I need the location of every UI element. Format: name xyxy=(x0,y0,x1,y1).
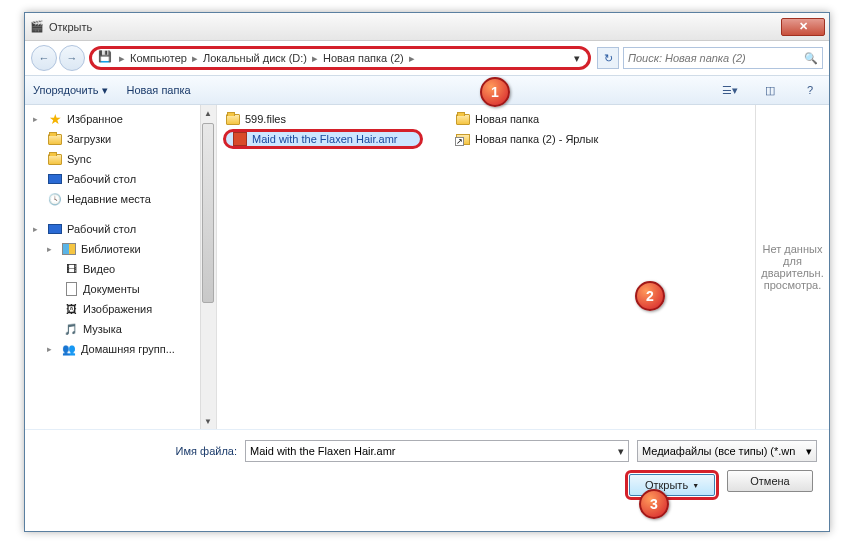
file-column: Новая папка Новая папка (2) - Ярлык xyxy=(453,109,683,425)
address-dropdown[interactable]: ▾ xyxy=(570,52,584,65)
arrow-left-icon: ← xyxy=(39,52,50,64)
nav-buttons: ← → xyxy=(31,45,85,71)
arrow-right-icon: → xyxy=(67,52,78,64)
refresh-button[interactable]: ↻ xyxy=(597,47,619,69)
window-title: Открыть xyxy=(49,21,781,33)
tree-music[interactable]: 🎵Музыка xyxy=(25,319,216,339)
open-button-highlight: Открыть ▼ xyxy=(625,470,719,500)
annotation-marker-3: 3 xyxy=(639,489,669,519)
file-name: 599.files xyxy=(245,113,286,125)
organize-label: Упорядочить xyxy=(33,84,98,96)
chevron-right-icon: ▸ xyxy=(189,52,201,65)
monitor-icon xyxy=(47,221,63,237)
recent-icon: 🕓 xyxy=(47,191,63,207)
file-name: Новая папка xyxy=(475,113,539,125)
tree-label: Рабочий стол xyxy=(67,223,136,235)
cancel-label: Отмена xyxy=(750,475,789,487)
split-chevron-icon: ▼ xyxy=(692,482,699,489)
breadcrumb-part[interactable]: Компьютер xyxy=(128,52,189,64)
view-mode-button[interactable]: ☰▾ xyxy=(719,80,741,100)
file-item-selected[interactable]: Maid with the Flaxen Hair.amr xyxy=(223,129,423,149)
preview-pane-button[interactable]: ◫ xyxy=(759,80,781,100)
folder-icon xyxy=(225,111,241,127)
scroll-up-icon[interactable]: ▲ xyxy=(200,105,216,121)
media-file-icon xyxy=(232,131,248,147)
breadcrumb-part[interactable]: Новая папка (2) xyxy=(321,52,406,64)
search-icon: 🔍 xyxy=(804,52,818,65)
app-icon: 🎬 xyxy=(29,19,45,35)
file-list-pane: 599.files Maid with the Flaxen Hair.amr … xyxy=(217,105,755,429)
tree-video[interactable]: 🎞Видео xyxy=(25,259,216,279)
organize-button[interactable]: Упорядочить ▾ xyxy=(33,84,108,97)
tree-label: Избранное xyxy=(67,113,123,125)
tree-sync[interactable]: Sync xyxy=(25,149,216,169)
toolbar: Упорядочить ▾ Новая папка ☰▾ ◫ ? xyxy=(25,75,829,105)
tree-label: Sync xyxy=(67,153,91,165)
file-name: Новая папка (2) - Ярлык xyxy=(475,133,598,145)
preview-pane: Нет данных для дварительн. просмотра. xyxy=(755,105,829,429)
tree-downloads[interactable]: Загрузки xyxy=(25,129,216,149)
address-bar[interactable]: 💾 ▸ Компьютер ▸ Локальный диск (D:) ▸ Но… xyxy=(89,46,591,70)
file-item-folder[interactable]: Новая папка xyxy=(453,109,683,129)
tree-label: Изображения xyxy=(83,303,152,315)
file-item-shortcut[interactable]: Новая папка (2) - Ярлык xyxy=(453,129,683,149)
library-icon xyxy=(61,241,77,257)
tree-recent[interactable]: 🕓Недавние места xyxy=(25,189,216,209)
filetype-filter[interactable]: Медиафайлы (все типы) (*.wn ▾ xyxy=(637,440,817,462)
tree-documents[interactable]: Документы xyxy=(25,279,216,299)
scrollbar-thumb[interactable] xyxy=(202,123,214,303)
scroll-down-icon[interactable]: ▼ xyxy=(200,413,216,429)
tree-desktop-root[interactable]: ▸Рабочий стол xyxy=(25,219,216,239)
star-icon: ★ xyxy=(47,111,63,127)
forward-button[interactable]: → xyxy=(59,45,85,71)
search-box[interactable]: 🔍 xyxy=(623,47,823,69)
file-item-folder[interactable]: 599.files xyxy=(223,109,453,129)
tree-label: Документы xyxy=(83,283,140,295)
folder-icon xyxy=(47,131,63,147)
homegroup-icon: 👥 xyxy=(61,341,77,357)
tree-label: Рабочий стол xyxy=(67,173,136,185)
monitor-icon xyxy=(47,171,63,187)
chevron-right-icon: ▸ xyxy=(116,52,128,65)
music-icon: 🎵 xyxy=(63,321,79,337)
back-button[interactable]: ← xyxy=(31,45,57,71)
chevron-right-icon: ▸ xyxy=(406,52,418,65)
help-button[interactable]: ? xyxy=(799,80,821,100)
collapse-icon: ▸ xyxy=(33,114,43,124)
cancel-button[interactable]: Отмена xyxy=(727,470,813,492)
filename-value: Maid with the Flaxen Hair.amr xyxy=(250,445,396,457)
close-button[interactable]: ✕ xyxy=(781,18,825,36)
video-icon: 🎞 xyxy=(63,261,79,277)
collapse-icon: ▸ xyxy=(47,344,57,354)
collapse-icon: ▸ xyxy=(33,224,43,234)
search-input[interactable] xyxy=(628,52,818,64)
breadcrumb-part[interactable]: Локальный диск (D:) xyxy=(201,52,309,64)
sidebar-scrollbar[interactable]: ▲ ▼ xyxy=(200,105,216,429)
refresh-icon: ↻ xyxy=(604,52,613,65)
titlebar: 🎬 Открыть ✕ xyxy=(25,13,829,41)
open-button[interactable]: Открыть ▼ xyxy=(629,474,715,496)
pictures-icon: 🖼 xyxy=(63,301,79,317)
filename-label: Имя файла: xyxy=(37,445,237,457)
tree-pictures[interactable]: 🖼Изображения xyxy=(25,299,216,319)
file-column: 599.files Maid with the Flaxen Hair.amr xyxy=(223,109,453,425)
new-folder-button[interactable]: Новая папка xyxy=(126,84,190,96)
newfolder-label: Новая папка xyxy=(126,84,190,96)
tree-label: Видео xyxy=(83,263,115,275)
tree-libraries[interactable]: ▸Библиотеки xyxy=(25,239,216,259)
filename-input[interactable]: Maid with the Flaxen Hair.amr ▾ xyxy=(245,440,629,462)
chevron-right-icon: ▸ xyxy=(309,52,321,65)
tree-label: Музыка xyxy=(83,323,122,335)
shortcut-icon xyxy=(455,131,471,147)
chevron-down-icon[interactable]: ▾ xyxy=(618,445,624,458)
tree-homegroup[interactable]: ▸👥Домашняя групп... xyxy=(25,339,216,359)
button-row: Открыть ▼ Отмена xyxy=(37,470,817,500)
file-name: Maid with the Flaxen Hair.amr xyxy=(252,133,398,145)
dialog-body: ▸★Избранное Загрузки Sync Рабочий стол 🕓… xyxy=(25,105,829,429)
tree-desktop[interactable]: Рабочий стол xyxy=(25,169,216,189)
drive-icon: 💾 xyxy=(98,50,114,66)
tree-favorites[interactable]: ▸★Избранное xyxy=(25,109,216,129)
annotation-marker-1: 1 xyxy=(480,77,510,107)
open-dialog: 🎬 Открыть ✕ ← → 💾 ▸ Компьютер ▸ Локальны… xyxy=(24,12,830,532)
tree-label: Библиотеки xyxy=(81,243,141,255)
